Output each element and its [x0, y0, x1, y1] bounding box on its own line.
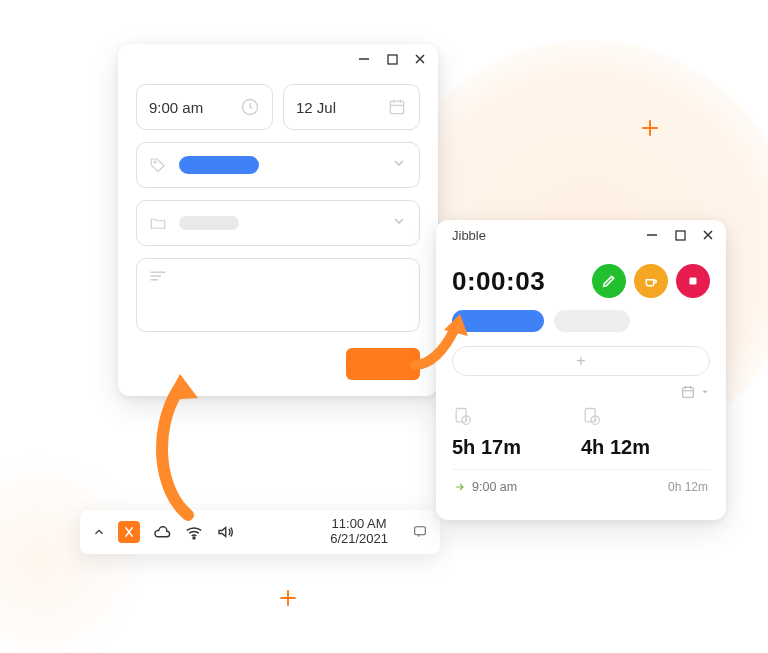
window-title: Jibble: [452, 228, 486, 243]
svg-rect-6: [676, 231, 685, 240]
cloud-icon[interactable]: [152, 524, 172, 540]
window-titlebar: [118, 44, 438, 74]
date-filter-button[interactable]: [680, 384, 710, 400]
secondary-tag-pill[interactable]: [554, 310, 630, 332]
time-entry-row[interactable]: 9:00 am 0h 12m: [452, 469, 710, 498]
tag-icon: [149, 156, 167, 174]
date-field[interactable]: 12 Jul: [283, 84, 420, 130]
selected-tag-pill: [179, 156, 259, 174]
chevron-down-icon: [391, 213, 407, 233]
window-close[interactable]: [700, 227, 716, 243]
add-entry-button[interactable]: +: [452, 346, 710, 376]
clock-icon: [240, 97, 260, 117]
svg-rect-1: [388, 55, 397, 64]
entry-time: 9:00 am: [472, 480, 517, 494]
window-minimize[interactable]: [644, 227, 660, 243]
svg-point-13: [193, 537, 195, 539]
svg-rect-3: [390, 101, 403, 114]
svg-rect-9: [456, 409, 466, 422]
calendar-icon: [387, 97, 407, 117]
window-titlebar: Jibble: [436, 220, 726, 250]
notes-icon: [149, 269, 167, 286]
svg-rect-14: [415, 527, 426, 535]
entry-in-marker: 9:00 am: [454, 480, 517, 494]
tray-expand[interactable]: [92, 525, 106, 539]
plus-icon: +: [576, 352, 585, 370]
entry-duration: 0h 12m: [668, 480, 708, 494]
clock-out-icon: [581, 406, 710, 430]
stat-clock-in: 5h 17m: [452, 406, 581, 459]
tag-dropdown[interactable]: [136, 142, 420, 188]
sparkle-icon: [642, 120, 658, 136]
window-maximize[interactable]: [672, 227, 688, 243]
wifi-icon[interactable]: [184, 524, 204, 540]
svg-rect-8: [683, 387, 694, 397]
clock-in-icon: [452, 406, 581, 430]
window-minimize[interactable]: [356, 51, 372, 67]
edit-entry-button[interactable]: [592, 264, 626, 298]
current-tags: [452, 304, 710, 346]
tray-app-icon[interactable]: [118, 521, 140, 543]
window-close[interactable]: [412, 51, 428, 67]
window-maximize[interactable]: [384, 51, 400, 67]
taskbar-date: 6/21/2021: [330, 532, 388, 547]
stat-clock-out: 4h 12m: [581, 406, 710, 459]
svg-point-4: [154, 161, 156, 163]
time-entry-window: 9:00 am 12 Jul: [118, 44, 438, 396]
sparkle-icon: [280, 590, 296, 606]
stat-value: 5h 17m: [452, 436, 581, 459]
date-value: 12 Jul: [296, 99, 336, 116]
submit-button[interactable]: [346, 348, 420, 380]
stop-button[interactable]: [676, 264, 710, 298]
taskbar: 11:00 AM 6/21/2021: [80, 510, 440, 554]
folder-icon: [149, 214, 167, 232]
selected-project-pill: [179, 216, 239, 230]
time-value: 9:00 am: [149, 99, 203, 116]
time-field[interactable]: 9:00 am: [136, 84, 273, 130]
stat-value: 4h 12m: [581, 436, 710, 459]
timer-display: 0:00:03: [452, 266, 584, 297]
notification-icon[interactable]: [412, 524, 428, 540]
speaker-icon[interactable]: [216, 524, 234, 540]
svg-rect-7: [690, 278, 697, 285]
taskbar-time: 11:00 AM: [330, 517, 388, 532]
callout-arrow: [410, 310, 480, 380]
taskbar-clock[interactable]: 11:00 AM 6/21/2021: [330, 517, 388, 547]
project-dropdown[interactable]: [136, 200, 420, 246]
chevron-down-icon: [391, 155, 407, 175]
break-button[interactable]: [634, 264, 668, 298]
callout-arrow: [148, 370, 218, 520]
notes-field[interactable]: [136, 258, 420, 332]
